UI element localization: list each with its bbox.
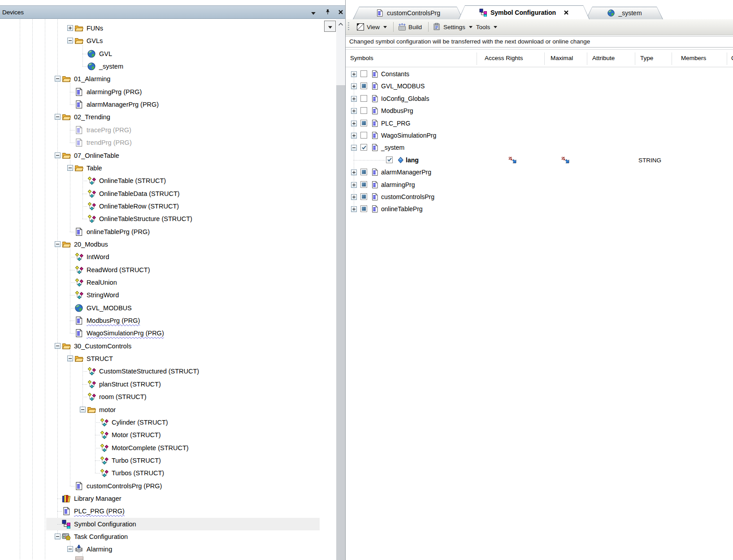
symbol-checkbox-partial[interactable] xyxy=(360,181,367,188)
tree-item-library-manager[interactable]: Library Manager xyxy=(0,492,345,505)
collapse-minus-icon[interactable] xyxy=(67,165,73,171)
tree-item-system[interactable]: _system xyxy=(0,60,345,73)
collapse-minus-icon[interactable] xyxy=(55,241,61,247)
symbol-checkbox-partial[interactable] xyxy=(360,120,367,126)
expand-plus-icon[interactable] xyxy=(351,96,357,102)
expand-plus-icon[interactable] xyxy=(351,108,357,114)
tree-item-task-configuration[interactable]: Task Configuration xyxy=(0,530,345,543)
tree-item-gvls[interactable]: GVLs xyxy=(0,35,345,47)
toolbar-grip-handle[interactable] xyxy=(348,22,349,31)
tree-item-turbo-struct[interactable]: Turbo (STRUCT) xyxy=(0,454,345,467)
expand-plus-icon[interactable] xyxy=(351,182,357,188)
symbol-row-gvl-modbus[interactable]: GVL_MODBUS xyxy=(346,80,733,92)
collapse-minus-icon[interactable] xyxy=(55,534,61,539)
symbol-row-onlinetableprg[interactable]: onlineTablePrg xyxy=(346,203,733,215)
expand-plus-icon[interactable] xyxy=(351,133,357,139)
symbol-row-constants[interactable]: Constants xyxy=(346,68,733,80)
tree-item-struct[interactable]: STRUCT xyxy=(0,352,345,365)
collapse-minus-icon[interactable] xyxy=(55,114,61,120)
tree-item-onlinetable-struct[interactable]: OnlineTable (STRUCT) xyxy=(0,174,345,187)
tree-item-alarming[interactable]: Alarming xyxy=(0,543,345,556)
column-separator[interactable] xyxy=(727,52,727,65)
tree-item-20-modbus[interactable]: 20_Modbus xyxy=(0,238,345,251)
tree-item-motorcomplete-struct[interactable]: MotorComplete (STRUCT) xyxy=(0,442,345,454)
expand-plus-icon[interactable] xyxy=(351,169,357,175)
tree-item-gvl-modbus[interactable]: GVL_MODBUS xyxy=(0,302,345,314)
symbol-checkbox-unchecked[interactable] xyxy=(360,70,367,77)
symbol-checkbox-unchecked[interactable] xyxy=(360,132,367,139)
tree-item-07-onlinetable[interactable]: 07_OnlineTable xyxy=(0,149,345,162)
collapse-minus-icon[interactable] xyxy=(351,145,357,151)
symbol-checkbox-partial[interactable] xyxy=(360,169,367,175)
toolbar-button-tools[interactable]: Tools xyxy=(476,24,498,30)
column-header-attribute[interactable]: Attribute xyxy=(592,50,615,67)
tree-item-trendprg-prg[interactable]: trendPrg (PRG) xyxy=(0,136,345,149)
symbol-row-alarmmanagerprg[interactable]: alarmManagerPrg xyxy=(346,166,733,178)
tab-symbol-configuration[interactable]: Symbol Configuration xyxy=(459,5,590,19)
tree-options-dropdown-button[interactable] xyxy=(324,21,336,32)
collapse-minus-icon[interactable] xyxy=(67,546,73,552)
symbol-checkbox-checked[interactable] xyxy=(360,144,367,151)
collapse-minus-icon[interactable] xyxy=(80,407,86,412)
column-separator[interactable] xyxy=(587,52,587,65)
tree-item-realunion[interactable]: RealUnion xyxy=(0,276,345,289)
tree-item-alarmmanagerprg-prg[interactable]: alarmManagerPrg (PRG) xyxy=(0,98,345,111)
toolbar-button-build[interactable]: Build xyxy=(398,23,422,31)
tab-system[interactable]: _system xyxy=(586,7,663,19)
pin-button[interactable] xyxy=(324,9,332,16)
tree-item-plc-prg-prg[interactable]: PLC_PRG (PRG) xyxy=(0,505,345,517)
tree-item-02-trending[interactable]: 02_Trending xyxy=(0,111,345,123)
scrollbar-thumb[interactable] xyxy=(336,85,345,560)
collapse-minus-icon[interactable] xyxy=(67,356,73,361)
symbol-checkbox-partial[interactable] xyxy=(360,205,367,212)
tree-item-customstatestructured-struct[interactable]: CustomStateStructured (STRUCT) xyxy=(0,365,345,378)
column-separator[interactable] xyxy=(544,52,545,65)
column-separator[interactable] xyxy=(635,52,635,65)
symbol-row-wagosimulationprg[interactable]: WagoSimulationPrg xyxy=(346,130,733,142)
toolbar-button-settings[interactable]: Settings xyxy=(433,23,473,31)
tree-item-symbol-configuration[interactable]: Symbol Configuration xyxy=(0,518,345,530)
tree-item-motor[interactable]: motor xyxy=(0,404,345,416)
tree-item-stringword[interactable]: StringWord xyxy=(0,289,345,301)
tree-item-planstruct-struct[interactable]: planStruct (STRUCT) xyxy=(0,378,345,391)
expand-plus-icon[interactable] xyxy=(67,25,73,31)
tree-item-30-customcontrols[interactable]: 30_CustomControls xyxy=(0,340,345,352)
tree-item-01-alarming[interactable]: 01_Alarming xyxy=(0,73,345,85)
expand-plus-icon[interactable] xyxy=(351,206,357,212)
collapse-minus-icon[interactable] xyxy=(55,152,61,158)
tree-item-funs[interactable]: FUNs xyxy=(0,22,345,35)
column-header-c[interactable]: C xyxy=(731,50,733,67)
tab-customcontrolsprg[interactable]: customControlsPrg xyxy=(353,7,463,19)
tree-item-table[interactable]: Table xyxy=(0,162,345,174)
collapse-minus-icon[interactable] xyxy=(55,343,61,349)
expand-plus-icon[interactable] xyxy=(351,71,357,77)
symbol-row-plc-prg[interactable]: PLC_PRG xyxy=(346,117,733,130)
tree-item-motor-struct[interactable]: Motor (STRUCT) xyxy=(0,429,345,441)
expand-plus-icon[interactable] xyxy=(351,121,357,126)
symbol-checkbox-partial[interactable] xyxy=(360,193,367,200)
panel-menu-button[interactable] xyxy=(309,9,317,16)
expand-plus-icon[interactable] xyxy=(351,83,357,89)
column-header-access-rights[interactable]: Access Rights xyxy=(485,50,523,67)
symbol-row-customcontrolsprg[interactable]: customControlsPrg xyxy=(346,191,733,203)
column-separator[interactable] xyxy=(672,52,672,65)
column-header-members[interactable]: Members xyxy=(681,50,706,67)
tab-close-button[interactable] xyxy=(564,10,569,15)
close-panel-button[interactable] xyxy=(337,9,345,16)
column-header-maximal[interactable]: Maximal xyxy=(551,50,573,67)
tree-item-onlinetabledata-struct[interactable]: OnlineTableData (STRUCT) xyxy=(0,187,345,200)
toolbar-button-view[interactable]: View xyxy=(356,23,387,31)
symbol-row-ioconfig-globals[interactable]: IoConfig_Globals xyxy=(346,93,733,105)
scroll-up-button[interactable] xyxy=(336,19,345,28)
collapse-minus-icon[interactable] xyxy=(67,38,73,43)
tree-item-customcontrolsprg-prg[interactable]: customControlsPrg (PRG) xyxy=(0,480,345,492)
symbol-checkbox-checked[interactable] xyxy=(386,156,393,163)
expand-plus-icon[interactable] xyxy=(351,194,357,200)
tree-item-onlinetablestructure-struct[interactable]: OnlineTableStructure (STRUCT) xyxy=(0,213,345,225)
tree-item-readword-struct[interactable]: ReadWord (STRUCT) xyxy=(0,264,345,276)
tree-item-wagosimulationprg-prg[interactable]: WagoSimulationPrg (PRG) xyxy=(0,327,345,339)
column-separator[interactable] xyxy=(477,52,477,65)
tree-item-onlinetablerow-struct[interactable]: OnlineTableRow (STRUCT) xyxy=(0,200,345,213)
tree-item-onlinetableprg-prg[interactable]: onlineTablePrg (PRG) xyxy=(0,226,345,238)
tree-item-cylinder-struct[interactable]: Cylinder (STRUCT) xyxy=(0,416,345,429)
